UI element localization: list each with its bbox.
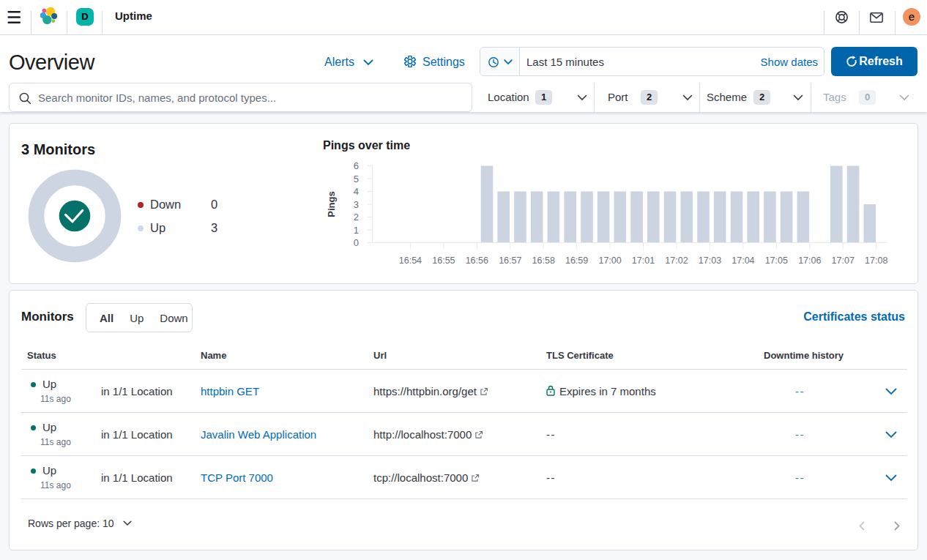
svg-text:17:08: 17:08 [865, 255, 887, 266]
svg-text:17:02: 17:02 [665, 255, 688, 266]
svg-text:17:00: 17:00 [598, 255, 621, 266]
svg-text:Pings: Pings [326, 191, 337, 217]
svg-text:16:54: 16:54 [399, 255, 422, 266]
svg-text:17:07: 17:07 [832, 255, 855, 266]
svg-text:3: 3 [354, 199, 359, 210]
svg-text:6: 6 [354, 160, 359, 171]
svg-text:17:04: 17:04 [731, 255, 754, 266]
svg-text:0: 0 [354, 237, 359, 248]
svg-text:2: 2 [354, 212, 359, 223]
svg-text:16:56: 16:56 [466, 255, 488, 266]
svg-text:1: 1 [354, 225, 359, 236]
svg-text:5: 5 [354, 173, 359, 184]
svg-text:17:01: 17:01 [632, 255, 655, 266]
svg-text:17:03: 17:03 [699, 255, 721, 266]
svg-text:16:55: 16:55 [432, 255, 455, 266]
svg-text:17:05: 17:05 [765, 255, 788, 266]
svg-text:16:59: 16:59 [565, 255, 588, 266]
svg-text:16:57: 16:57 [499, 255, 521, 266]
svg-text:16:58: 16:58 [532, 255, 555, 266]
svg-text:4: 4 [354, 186, 359, 197]
svg-text:17:06: 17:06 [798, 255, 821, 266]
